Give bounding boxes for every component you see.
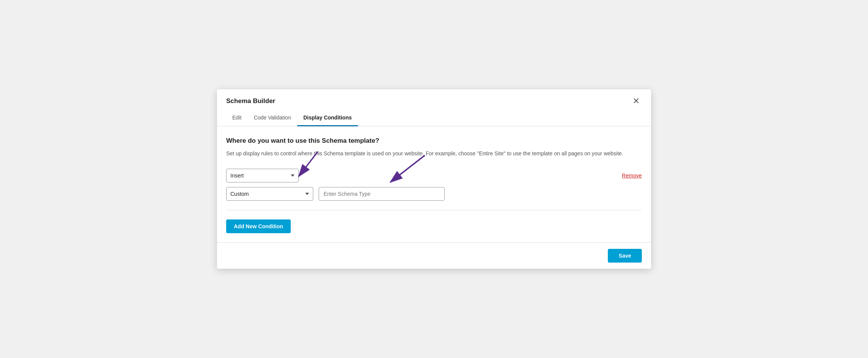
modal-body: Where do you want to use this Schema tem… (217, 126, 651, 242)
remove-link[interactable]: Remove (622, 173, 642, 179)
section-title: Where do you want to use this Schema tem… (226, 137, 642, 145)
insert-select[interactable]: Insert (226, 169, 299, 182)
save-button[interactable]: Save (608, 249, 642, 263)
tab-display-conditions[interactable]: Display Conditions (297, 110, 358, 126)
tabs-bar: Edit Code Validation Display Conditions (217, 110, 651, 126)
add-new-condition-button[interactable]: Add New Condition (226, 219, 291, 233)
modal: Schema Builder ✕ Edit Code Validation Di… (217, 89, 651, 268)
tab-code-validation[interactable]: Code Validation (248, 110, 297, 126)
schema-type-input[interactable] (319, 187, 445, 201)
section-description: Set up display rules to control where th… (226, 149, 631, 158)
modal-header: Schema Builder ✕ (217, 89, 651, 106)
close-button[interactable]: ✕ (630, 96, 642, 106)
tab-edit[interactable]: Edit (226, 110, 248, 126)
custom-select[interactable]: Custom (226, 187, 313, 201)
modal-title: Schema Builder (226, 97, 275, 105)
modal-footer: Save (217, 242, 651, 269)
divider (226, 210, 642, 210)
